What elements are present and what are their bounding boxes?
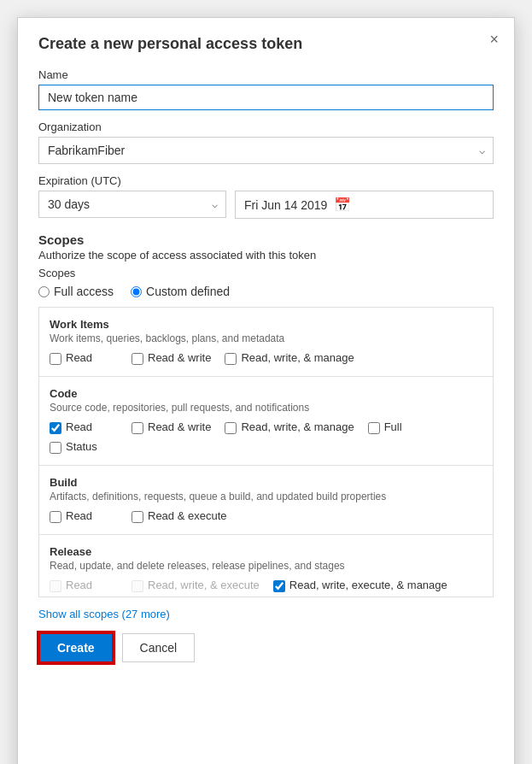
code-full-label: Full — [384, 420, 402, 435]
code-title: Code — [50, 387, 482, 400]
scopes-description: Authorize the scope of access associated… — [38, 249, 494, 262]
code-read-label: Read — [66, 420, 92, 435]
expiration-row: 30 days 60 days 90 days Custom ⌵ Fri Jun… — [38, 191, 494, 219]
release-read-write-execute-label: Read, write, & execute — [148, 579, 260, 593]
actions-row: Create Cancel — [38, 632, 494, 663]
wi-read-item[interactable]: Read — [50, 351, 118, 366]
release-checkboxes: Read Read, write, & execute Read, write,… — [50, 579, 482, 593]
expiration-label: Expiration (UTC) — [38, 174, 494, 187]
scope-section-release: Release Read, update, and delete release… — [39, 535, 493, 597]
release-read-write-execute-manage-item[interactable]: Read, write, execute, & manage — [273, 579, 447, 593]
cancel-button[interactable]: Cancel — [122, 633, 196, 662]
name-label: Name — [38, 68, 494, 81]
wi-read-write-item[interactable]: Read & write — [132, 351, 211, 366]
release-read-write-execute-manage-checkbox[interactable] — [273, 580, 285, 592]
code-read-write-checkbox[interactable] — [132, 422, 143, 434]
build-desc: Artifacts, definitions, requests, queue … — [50, 491, 482, 502]
org-label: Organization — [38, 120, 494, 133]
build-read-checkbox[interactable] — [50, 511, 61, 523]
wi-read-write-label: Read & write — [148, 351, 211, 366]
build-read-label: Read — [66, 509, 92, 524]
wi-read-write-manage-item[interactable]: Read, write, & manage — [225, 351, 354, 366]
build-read-execute-checkbox[interactable] — [132, 511, 143, 523]
code-status-checkbox[interactable] — [50, 442, 61, 454]
dialog-title: Create a new personal access token — [38, 35, 494, 53]
name-input[interactable] — [38, 85, 494, 110]
expiration-select[interactable]: 30 days 60 days 90 days Custom — [38, 191, 226, 218]
calendar-icon: 📅 — [334, 197, 351, 213]
scopes-radio-row: Full access Custom defined — [38, 285, 494, 298]
code-read-item[interactable]: Read — [50, 420, 118, 435]
release-read-write-execute-manage-label: Read, write, execute, & manage — [289, 579, 447, 593]
release-read-item[interactable]: Read — [50, 579, 118, 593]
expiration-select-wrapper: 30 days 60 days 90 days Custom ⌵ — [38, 191, 226, 218]
code-read-write-manage-checkbox[interactable] — [225, 422, 237, 434]
full-access-option[interactable]: Full access — [38, 285, 114, 298]
release-read-write-execute-checkbox[interactable] — [132, 580, 143, 592]
build-read-execute-label: Read & execute — [148, 509, 227, 524]
date-value: Fri Jun 14 2019 — [244, 198, 327, 212]
code-checkboxes: Read Read & write Read, write, & manage … — [50, 420, 482, 455]
create-button[interactable]: Create — [38, 632, 114, 663]
close-button[interactable]: × — [489, 32, 499, 47]
code-desc: Source code, repositories, pull requests… — [50, 402, 482, 414]
custom-defined-label: Custom defined — [146, 285, 230, 298]
code-read-checkbox[interactable] — [50, 422, 61, 434]
scope-section-code: Code Source code, repositories, pull req… — [39, 377, 493, 466]
scopes-section: Scopes Authorize the scope of access ass… — [38, 232, 494, 298]
wi-read-checkbox[interactable] — [50, 353, 61, 365]
scopes-title: Scopes — [38, 232, 494, 247]
build-read-execute-item[interactable]: Read & execute — [132, 509, 227, 524]
code-status-item[interactable]: Status — [50, 440, 118, 455]
code-status-label: Status — [66, 440, 97, 455]
scope-section-work-items: Work Items Work items, queries, backlogs… — [39, 308, 493, 377]
scope-section-build: Build Artifacts, definitions, requests, … — [39, 466, 493, 535]
wi-read-label: Read — [66, 351, 92, 366]
date-field[interactable]: Fri Jun 14 2019 📅 — [235, 191, 494, 219]
scopes-box: Work Items Work items, queries, backlogs… — [38, 307, 494, 597]
release-read-label: Read — [66, 579, 92, 593]
wi-read-write-manage-label: Read, write, & manage — [241, 351, 354, 366]
wi-read-write-checkbox[interactable] — [132, 353, 143, 365]
custom-defined-radio[interactable] — [131, 286, 142, 297]
show-all-scopes-link[interactable]: Show all scopes (27 more) — [38, 608, 170, 620]
release-read-write-execute-item[interactable]: Read, write, & execute — [132, 579, 260, 593]
full-access-label: Full access — [54, 285, 114, 298]
scopes-label: Scopes — [38, 267, 494, 279]
code-read-write-manage-label: Read, write, & manage — [241, 420, 354, 435]
create-token-dialog: Create a new personal access token × Nam… — [17, 17, 515, 764]
work-items-title: Work Items — [50, 318, 482, 331]
release-desc: Read, update, and delete releases, relea… — [50, 560, 482, 572]
work-items-checkboxes: Read Read & write Read, write, & manage — [50, 351, 482, 366]
code-full-checkbox[interactable] — [368, 422, 380, 434]
code-read-write-item[interactable]: Read & write — [132, 420, 211, 435]
build-checkboxes: Read Read & execute — [50, 509, 482, 524]
work-items-desc: Work items, queries, backlogs, plans, an… — [50, 332, 482, 344]
release-read-checkbox[interactable] — [50, 580, 61, 592]
build-read-item[interactable]: Read — [50, 509, 118, 524]
code-full-item[interactable]: Full — [368, 420, 436, 435]
full-access-radio[interactable] — [38, 286, 50, 297]
wi-read-write-manage-checkbox[interactable] — [225, 353, 237, 365]
release-title: Release — [50, 545, 482, 558]
org-select[interactable]: FabrikamFiber — [38, 137, 494, 164]
build-title: Build — [50, 476, 482, 489]
org-select-wrapper: FabrikamFiber ⌵ — [38, 137, 494, 164]
custom-defined-option[interactable]: Custom defined — [131, 285, 230, 298]
code-read-write-manage-item[interactable]: Read, write, & manage — [225, 420, 354, 435]
code-read-write-label: Read & write — [148, 420, 211, 435]
